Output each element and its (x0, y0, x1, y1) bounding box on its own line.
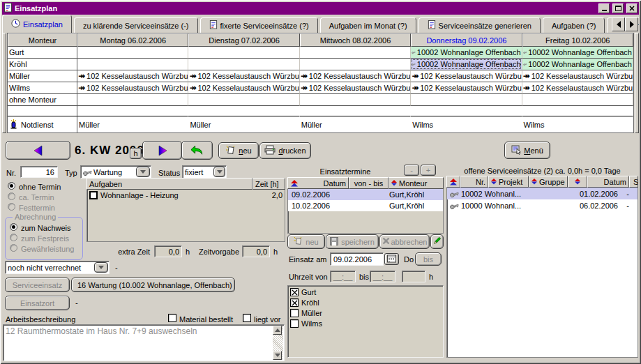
notdienst-cell[interactable]: Müller (77, 116, 188, 132)
offene-row[interactable]: 10000 Wohnanl... 06.02.2006 - (447, 199, 638, 211)
planner-cell[interactable] (77, 94, 188, 106)
extra-column-header[interactable] (568, 176, 587, 188)
planner-cell[interactable]: 10002 Wohnanlage Offenbach (522, 47, 633, 59)
planner-cell[interactable] (188, 47, 299, 59)
previous-week-button[interactable] (6, 141, 70, 160)
undo-button[interactable] (181, 141, 213, 160)
service-entry[interactable]: 10002 Wohnanlage Offenbach (522, 47, 633, 58)
std-column-header[interactable]: Std. (629, 176, 638, 188)
status-dropdown[interactable]: fixiert (182, 165, 227, 179)
dauer-input[interactable] (402, 271, 425, 282)
monteur-check-item[interactable]: Müller (288, 307, 443, 317)
material-bestellt-checkbox[interactable] (168, 314, 176, 322)
scroll-down-icon[interactable] (273, 351, 282, 360)
offene-row[interactable]: 10002 Wohnanl... 01.02.2006 - (447, 188, 638, 199)
nr-input[interactable]: 16 (20, 166, 58, 178)
mueller-checkbox[interactable] (290, 309, 299, 317)
service-entry[interactable]: ↠102 Kesselaustausch Würzburg (188, 70, 299, 82)
planner-cell[interactable] (411, 94, 522, 106)
radio-gewaehrleistung[interactable] (10, 244, 17, 252)
extra-zeit-input[interactable]: 0,0 (154, 245, 182, 257)
radio-zum-nachweis[interactable] (10, 223, 17, 231)
maximize-button[interactable] (612, 3, 624, 13)
column-header-monday[interactable]: Montag 06.02.2006 (77, 33, 188, 47)
uhrzeit-bis-input[interactable]: __:__ (370, 271, 395, 282)
termin-row[interactable]: 10.02.2006 Gurt,Kröhl (288, 200, 443, 211)
planner-cell[interactable]: ↠102 Kesselaustausch Würzburg (522, 70, 633, 82)
service-entry[interactable]: ↠102 Kesselaustausch Würzburg (188, 82, 299, 93)
monteur-column-header[interactable]: Monteur (389, 177, 444, 189)
planner-cell[interactable] (188, 94, 299, 106)
radio-festtermin[interactable] (8, 203, 15, 211)
notdienst-cell[interactable]: Müller (300, 116, 411, 132)
projekt-column-header[interactable]: Projekt (488, 176, 529, 188)
uhrzeit-von-input[interactable]: __:__ (330, 271, 356, 282)
tab-fixierte-serviceeinsaetze[interactable]: fixerte Serviceeinsätze (?) (200, 17, 318, 33)
monteur-check-item[interactable]: Kröhl (288, 296, 443, 307)
service-entry[interactable]: ↠102 Kesselaustausch Würzburg (77, 70, 188, 82)
chevron-down-icon[interactable] (94, 262, 108, 273)
datum-column-header[interactable]: Datum (287, 177, 349, 189)
planner-cell[interactable]: ↠102 Kesselaustausch Würzburg (188, 82, 299, 94)
einsatzort-button[interactable]: Einsatzort (5, 296, 70, 310)
column-header-thursday[interactable]: Donnerstag 09.02.2006 (411, 33, 522, 47)
column-header-friday[interactable]: Freitag 10.02.2006 (522, 33, 633, 47)
radio-zum-festpreis[interactable] (10, 234, 17, 241)
service-entry[interactable]: 10002 Wohnanlage Offenbach (411, 47, 521, 58)
aufgabe-checkbox[interactable] (89, 191, 98, 199)
textarea-scrollbar[interactable] (273, 326, 283, 360)
von-bis-column-header[interactable]: von - bis (349, 177, 389, 189)
termin-neu-button[interactable]: neu (287, 234, 325, 249)
tab-aufgaben[interactable]: Aufgaben (?) (543, 17, 605, 33)
tab-einsatzplan[interactable]: Einsatzplan (2, 15, 72, 33)
column-header-monteur[interactable]: Monteur (8, 33, 77, 47)
planner-cell[interactable]: ↠102 Kesselaustausch Würzburg (77, 82, 188, 94)
planner-right-strip[interactable] (635, 33, 639, 133)
monteur-check-item[interactable]: Gurt (288, 286, 443, 296)
planner-cell[interactable] (522, 94, 633, 106)
wilms-checkbox[interactable] (290, 319, 299, 328)
service-entry[interactable]: ↠102 Kesselaustausch Würzburg (522, 82, 633, 93)
service-entry[interactable]: ↠102 Kesselaustausch Würzburg (77, 82, 188, 93)
kroehl-checkbox[interactable] (290, 298, 299, 307)
radio-ca-termin[interactable] (8, 192, 15, 200)
liegt-vor-checkbox[interactable] (243, 314, 251, 322)
column-header-tuesday[interactable]: Dienstag 07.02.2006 (188, 33, 299, 47)
arbeitsbeschreibung-textarea[interactable]: 12 Raumthermostate im Haus Nr. 7+9 auswe… (3, 324, 285, 361)
aufgabe-row[interactable]: Wohnanlage - Heizung 2,0 (87, 190, 285, 199)
planner-cell[interactable]: ↠102 Kesselaustausch Würzburg (411, 82, 522, 94)
drucken-button[interactable]: drucken (259, 142, 311, 159)
service-entry[interactable]: ↠102 Kesselaustausch Würzburg (522, 70, 633, 82)
notdienst-cell[interactable]: Wilms (411, 116, 522, 132)
planner-cell[interactable] (77, 47, 188, 59)
tab-scroll-right-button[interactable] (625, 17, 638, 31)
speichern-button[interactable]: speichern (326, 234, 379, 249)
verrechnet-dropdown[interactable]: noch nicht verrechnet (5, 261, 110, 274)
chevron-down-icon[interactable] (213, 167, 225, 177)
tab-serviceeinsaetze-generieren[interactable]: Serviceeinsätze generieren (418, 17, 541, 33)
planner-cell[interactable] (188, 59, 299, 70)
tab-zu-klaerende-serviceeinsaetze[interactable]: zu klärende Serviceeinsätze (-) (74, 17, 198, 33)
datum-column-header[interactable]: Datum (587, 176, 629, 188)
gurt-checkbox[interactable] (290, 288, 299, 296)
planner-cell[interactable]: ↠102 Kesselaustausch Würzburg (188, 70, 299, 82)
bis-button[interactable]: bis (415, 252, 442, 266)
chevron-down-icon[interactable] (136, 167, 150, 177)
planner-cell[interactable] (300, 47, 411, 59)
service-entry[interactable]: ↠102 Kesselaustausch Würzburg (300, 70, 410, 82)
next-week-button[interactable] (142, 141, 182, 160)
service-entry[interactable]: ↠102 Kesselaustausch Würzburg (411, 70, 521, 82)
planner-cell[interactable]: ↠102 Kesselaustausch Würzburg (411, 70, 522, 82)
service-entry[interactable]: 10002 Wohnanlage Offenbach (522, 59, 633, 70)
close-button[interactable] (626, 3, 638, 13)
planner-cell[interactable] (300, 59, 411, 70)
menu-button[interactable]: Menü (504, 142, 550, 159)
scroll-up-icon[interactable] (273, 326, 282, 335)
calendar-button[interactable] (384, 253, 399, 265)
minimize-button[interactable] (598, 3, 610, 13)
termin-row[interactable]: 09.02.2006 Gurt,Kröhl (288, 189, 443, 200)
termine-minus-button[interactable]: - (404, 165, 419, 176)
planner-cell[interactable]: ↠102 Kesselaustausch Würzburg (522, 82, 633, 94)
service-entry[interactable]: ↠102 Kesselaustausch Würzburg (411, 82, 521, 93)
aufgaben-column-header[interactable]: Aufgaben (86, 178, 252, 190)
